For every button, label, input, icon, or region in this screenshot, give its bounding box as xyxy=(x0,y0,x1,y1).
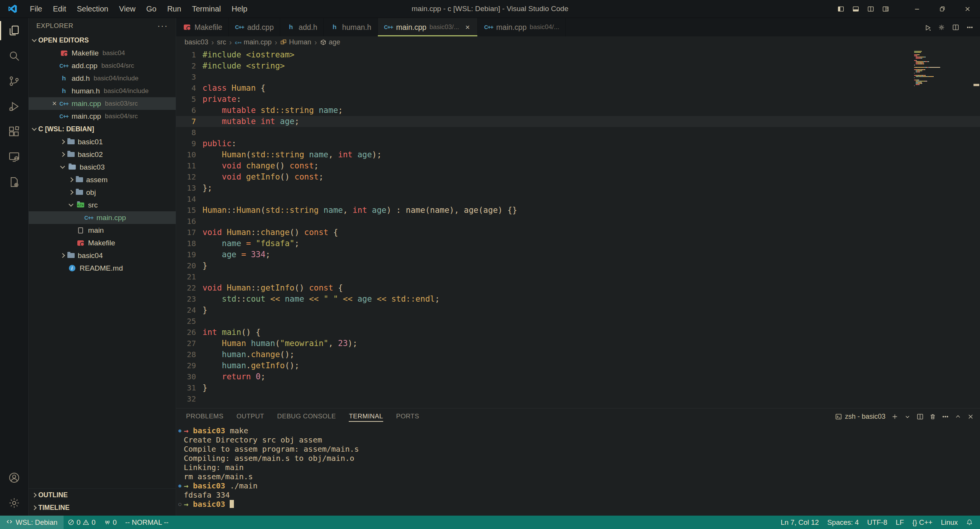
line-number: 10 xyxy=(176,149,196,160)
tree-item-makefile[interactable]: Makefile xyxy=(29,237,176,249)
layout-split-icon[interactable] xyxy=(867,6,874,12)
panel-tab-output[interactable]: OUTPUT xyxy=(237,409,264,424)
panel-tab-ports[interactable]: PORTS xyxy=(396,409,419,424)
open-editors-header[interactable]: OPEN EDITORS xyxy=(29,34,176,47)
status-utf-8[interactable]: UTF-8 xyxy=(863,516,891,529)
layout-panel-icon[interactable] xyxy=(853,6,859,12)
workspace-header[interactable]: C [WSL: DEBIAN] xyxy=(29,123,176,136)
close-editor-icon[interactable]: × xyxy=(49,99,59,108)
tab-main.cpp[interactable]: C++main.cppbasic04/... xyxy=(478,18,566,36)
more-actions-icon[interactable] xyxy=(967,24,973,31)
close-panel-icon[interactable] xyxy=(967,413,974,420)
line-number: 8 xyxy=(176,127,196,138)
timeline-header[interactable]: TIMELINE xyxy=(29,501,176,514)
close-tab-icon[interactable]: × xyxy=(464,23,471,32)
terminal-dropdown-icon[interactable] xyxy=(904,413,911,420)
terminal[interactable]: ●→ basic03 makeCreate Directory src obj … xyxy=(176,425,980,516)
open-editor-path: basic03/src xyxy=(105,100,138,108)
breadcrumb-item-human[interactable]: Human xyxy=(280,38,311,46)
layout-customize-icon[interactable] xyxy=(882,6,889,12)
status-spaces-4[interactable]: Spaces: 4 xyxy=(823,516,863,529)
tab-add.h[interactable]: hadd.h xyxy=(280,18,324,36)
split-editor-icon[interactable] xyxy=(952,24,959,31)
breadcrumb-item-main.cpp[interactable]: C++main.cpp xyxy=(235,38,271,46)
menu-selection[interactable]: Selection xyxy=(72,0,114,18)
tree-item-basic02[interactable]: basic02 xyxy=(29,148,176,161)
terminal-instance-label[interactable]: zsh - basic03 xyxy=(835,413,885,421)
status-lf[interactable]: LF xyxy=(892,516,908,529)
status-ln-7-col-12[interactable]: Ln 7, Col 12 xyxy=(776,516,823,529)
vim-mode-status[interactable]: -- NORMAL -- xyxy=(121,516,173,529)
tree-item-src[interactable]: </>src xyxy=(29,199,176,211)
explorer-more-actions[interactable]: ··· xyxy=(157,21,168,31)
source-control-icon[interactable] xyxy=(0,69,29,94)
minimize-button[interactable] xyxy=(904,0,929,18)
breadcrumb-item-age[interactable]: age xyxy=(320,38,340,46)
menu-terminal[interactable]: Terminal xyxy=(186,0,226,18)
outline-header[interactable]: OUTLINE xyxy=(29,489,176,501)
remote-indicator[interactable]: WSL: Debian xyxy=(0,516,64,529)
chevron-spacer xyxy=(69,241,73,245)
open-editor-item[interactable]: hadd.hbasic04/include xyxy=(29,72,176,85)
code-line: 2#include <string> xyxy=(176,60,980,72)
explorer-sidebar: EXPLORER ··· OPEN EDITORS Makefilebasic0… xyxy=(29,18,176,516)
restore-button[interactable] xyxy=(929,0,955,18)
line-number: 21 xyxy=(176,271,196,282)
code-editor[interactable]: 1#include <iostream>2#include <string>34… xyxy=(176,48,980,408)
panel-tab-terminal[interactable]: TERMINAL xyxy=(349,409,383,424)
configure-gear-icon[interactable] xyxy=(938,24,945,31)
status--c-[interactable]: {} C++ xyxy=(908,516,936,529)
menu-go[interactable]: Go xyxy=(141,0,162,18)
layout-sidebar-icon[interactable] xyxy=(838,6,844,12)
close-window-button[interactable] xyxy=(955,0,980,18)
breadcrumb-item-basic03[interactable]: basic03 xyxy=(185,38,208,46)
terminal-line: ○→ basic03 xyxy=(178,500,980,509)
code-line: 12 void getInfo() const; xyxy=(176,171,980,183)
menu-edit[interactable]: Edit xyxy=(47,0,71,18)
breadcrumb-item-src[interactable]: src xyxy=(217,38,226,46)
open-editor-item[interactable]: C++add.cppbasic04/src xyxy=(29,59,176,72)
run-cpp-button[interactable] xyxy=(924,24,931,31)
tree-item-main[interactable]: main xyxy=(29,224,176,237)
split-terminal-icon[interactable] xyxy=(917,413,923,420)
menu-help[interactable]: Help xyxy=(226,0,253,18)
panel-tab-problems[interactable]: PROBLEMS xyxy=(186,409,224,424)
tree-item-main.cpp[interactable]: C++main.cpp xyxy=(29,211,176,224)
tree-item-label: README.md xyxy=(80,264,123,273)
notifications-bell-icon[interactable] xyxy=(962,516,977,529)
tab-Makefile[interactable]: Makefile xyxy=(176,18,229,36)
tree-item-assem[interactable]: assem xyxy=(29,173,176,186)
status-linux[interactable]: Linux xyxy=(937,516,962,529)
tree-item-readme.md[interactable]: iREADME.md xyxy=(29,262,176,274)
tree-item-basic03[interactable]: basic03 xyxy=(29,161,176,173)
menu-file[interactable]: File xyxy=(24,0,47,18)
explorer-icon[interactable] xyxy=(0,18,29,43)
open-editor-item[interactable]: C++main.cppbasic04/src xyxy=(29,110,176,122)
run-debug-icon[interactable] xyxy=(0,94,29,119)
tree-item-basic04[interactable]: basic04 xyxy=(29,249,176,262)
problems-status[interactable]: 0 0 xyxy=(64,516,100,529)
minimap[interactable] xyxy=(914,51,956,88)
tab-main.cpp[interactable]: C++main.cppbasic03/...× xyxy=(378,18,478,36)
settings-icon[interactable] xyxy=(0,490,29,516)
tree-item-basic01[interactable]: basic01 xyxy=(29,136,176,148)
remote-explorer-icon[interactable] xyxy=(0,144,29,170)
panel-tab-debug-console[interactable]: DEBUG CONSOLE xyxy=(277,409,336,424)
search-icon[interactable] xyxy=(0,43,29,69)
new-terminal-icon[interactable] xyxy=(892,413,898,420)
open-editor-item[interactable]: hhuman.hbasic04/include xyxy=(29,85,176,97)
cpp-tools-icon[interactable] xyxy=(0,170,29,195)
menu-run[interactable]: Run xyxy=(162,0,187,18)
open-editor-item[interactable]: ×C++main.cppbasic03/src xyxy=(29,97,176,110)
menu-view[interactable]: View xyxy=(114,0,141,18)
tab-human.h[interactable]: hhuman.h xyxy=(324,18,378,36)
extensions-icon[interactable] xyxy=(0,119,29,144)
ports-status[interactable]: 0 xyxy=(100,516,121,529)
maximize-panel-icon[interactable] xyxy=(955,413,961,420)
panel-more-icon[interactable] xyxy=(942,413,949,420)
kill-terminal-icon[interactable] xyxy=(929,413,936,420)
open-editor-item[interactable]: Makefilebasic04 xyxy=(29,47,176,59)
tab-add.cpp[interactable]: C++add.cpp xyxy=(229,18,280,36)
tree-item-obj[interactable]: obj xyxy=(29,186,176,199)
account-icon[interactable] xyxy=(0,465,29,490)
